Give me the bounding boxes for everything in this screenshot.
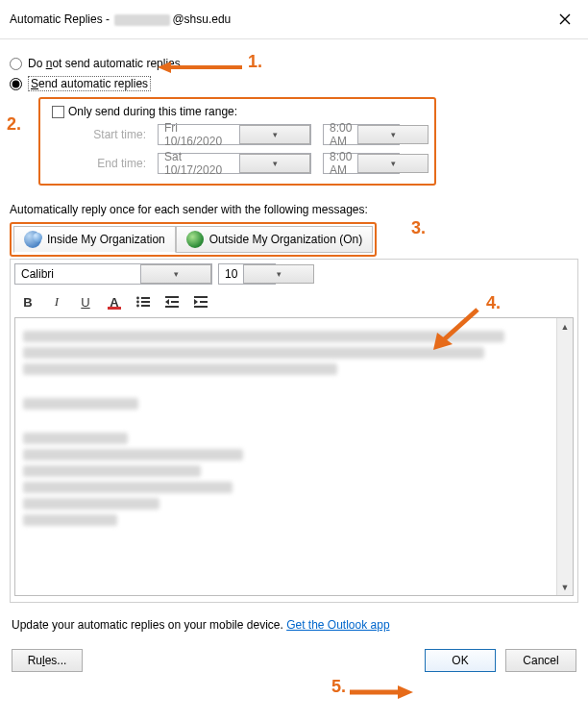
- radio-send[interactable]: Send automatic replies: [10, 76, 578, 91]
- tab-inside-label: Inside My Organization: [47, 233, 165, 246]
- message-textarea[interactable]: ▲ ▼: [14, 317, 574, 596]
- outdent-icon: [164, 294, 180, 310]
- start-date-value: Fri 10/16/2020: [159, 121, 239, 148]
- editor: Calibri▾ 10▾ B I U A: [10, 259, 578, 603]
- time-range-box: Only send during this time range: Start …: [38, 97, 436, 186]
- end-time-value: 8:00 AM: [324, 150, 357, 177]
- underline-button[interactable]: U: [76, 292, 95, 311]
- font-size-value: 10: [219, 267, 243, 281]
- titlebar: Automatic Replies - @shsu.edu: [0, 0, 588, 39]
- tabs: Inside My Organization Outside My Organi…: [10, 222, 377, 257]
- footer-note: Update your automatic replies on your mo…: [12, 618, 576, 632]
- scroll-down-icon[interactable]: ▼: [557, 579, 573, 595]
- svg-rect-14: [200, 301, 208, 303]
- chevron-down-icon: ▾: [239, 125, 310, 144]
- start-time-value: 8:00 AM: [324, 121, 357, 148]
- svg-rect-10: [171, 301, 179, 303]
- window-title-suffix: @shsu.edu: [172, 12, 231, 26]
- get-outlook-app-link[interactable]: Get the Outlook app: [286, 618, 389, 632]
- annotation-arrow-5: [348, 684, 415, 701]
- sub-caption: Automatically reply once for each sender…: [10, 203, 578, 216]
- font-size-select[interactable]: 10▾: [218, 263, 276, 285]
- message-content-blurred: [15, 318, 556, 595]
- annotation-3: 3.: [411, 218, 426, 238]
- footer-text: Update your automatic replies on your mo…: [12, 618, 286, 632]
- bullet-list-icon: [135, 294, 151, 310]
- people-icon: [24, 231, 41, 248]
- start-date-select[interactable]: Fri 10/16/2020▾: [158, 124, 311, 145]
- scrollbar[interactable]: ▲ ▼: [556, 318, 573, 595]
- svg-point-4: [136, 301, 139, 304]
- svg-rect-3: [141, 297, 150, 299]
- only-send-checkbox[interactable]: [52, 106, 64, 118]
- svg-marker-13: [194, 299, 198, 305]
- font-value: Calibri: [15, 267, 140, 281]
- annotation-2: 2.: [7, 114, 21, 135]
- tab-outside-org[interactable]: Outside My Organization (On): [176, 226, 373, 253]
- svg-rect-7: [141, 305, 150, 307]
- indent-icon: [193, 294, 208, 310]
- only-send-label: Only send during this time range:: [68, 105, 237, 118]
- annotation-arrow-4: [428, 304, 485, 352]
- svg-rect-12: [194, 296, 208, 298]
- chevron-down-icon: ▾: [239, 154, 310, 173]
- annotation-5: 5.: [331, 677, 346, 697]
- svg-rect-11: [165, 306, 179, 308]
- redacted-user: [114, 14, 170, 26]
- font-select[interactable]: Calibri▾: [14, 263, 212, 285]
- svg-marker-9: [165, 299, 169, 305]
- editor-toolbar-fonts: Calibri▾ 10▾: [14, 263, 574, 285]
- rules-button[interactable]: Rules...: [12, 649, 83, 672]
- start-time-label: Start time:: [71, 128, 146, 141]
- bullet-list-button[interactable]: [134, 292, 153, 311]
- svg-rect-5: [141, 301, 150, 303]
- chevron-down-icon: ▾: [243, 264, 314, 284]
- font-color-button[interactable]: A: [105, 292, 124, 311]
- indent-button[interactable]: [191, 292, 210, 311]
- chevron-down-icon: ▾: [140, 264, 211, 284]
- scroll-up-icon[interactable]: ▲: [557, 318, 573, 335]
- svg-marker-1: [158, 62, 171, 73]
- italic-button[interactable]: I: [47, 292, 66, 311]
- close-icon: [559, 13, 571, 25]
- svg-marker-19: [398, 685, 413, 699]
- tab-inside-org[interactable]: Inside My Organization: [13, 226, 176, 253]
- end-date-value: Sat 10/17/2020: [159, 150, 239, 177]
- close-button[interactable]: [548, 8, 582, 31]
- radio-send-label: Send automatic replies: [28, 76, 151, 91]
- tab-outside-label: Outside My Organization (On): [209, 233, 362, 246]
- radio-do-not-send-input[interactable]: [10, 58, 22, 70]
- end-time-label: End time:: [71, 157, 146, 170]
- svg-rect-15: [194, 306, 208, 308]
- only-send-checkbox-row[interactable]: Only send during this time range:: [52, 105, 427, 118]
- editor-toolbar-format: B I U A: [14, 290, 574, 317]
- bold-button[interactable]: B: [18, 292, 37, 311]
- ok-button[interactable]: OK: [425, 649, 496, 672]
- svg-point-6: [136, 305, 139, 308]
- svg-rect-8: [165, 296, 179, 298]
- end-date-select[interactable]: Sat 10/17/2020▾: [158, 153, 311, 174]
- chevron-down-icon: ▾: [357, 154, 429, 173]
- window-title: Automatic Replies - @shsu.edu: [10, 12, 231, 26]
- cancel-button[interactable]: Cancel: [505, 649, 576, 672]
- radio-send-input[interactable]: [10, 78, 22, 90]
- button-bar: Rules... OK Cancel: [10, 649, 578, 672]
- end-time-select[interactable]: 8:00 AM▾: [323, 153, 400, 174]
- globe-icon: [186, 231, 204, 248]
- outdent-button[interactable]: [162, 292, 182, 311]
- radio-do-not-send[interactable]: Do not send automatic replies: [10, 57, 578, 70]
- annotation-arrow-1: [158, 59, 244, 76]
- window-title-prefix: Automatic Replies -: [10, 12, 112, 26]
- start-time-select[interactable]: 8:00 AM▾: [323, 124, 400, 145]
- svg-line-16: [441, 310, 478, 342]
- chevron-down-icon: ▾: [357, 125, 429, 144]
- svg-point-2: [136, 297, 139, 300]
